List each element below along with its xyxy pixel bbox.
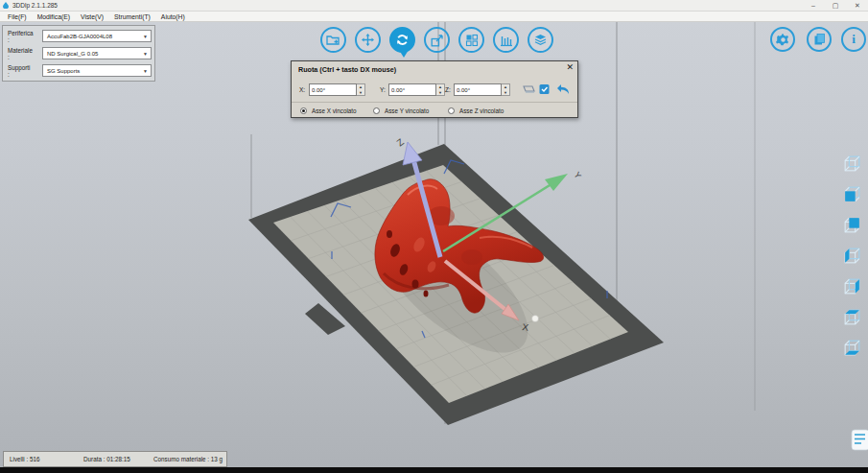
status-livelli: Livelli : 516 [10,456,40,462]
minimize-button[interactable]: – [805,0,822,11]
asse-z-radio-label[interactable]: Asse Z vincolato [459,107,504,114]
z-spinner[interactable]: ▲▼ [502,83,510,96]
app-logo-icon [3,2,9,9]
asse-x-radio[interactable] [300,107,307,114]
axis-y-label: Y [572,170,583,180]
supporti-select[interactable]: SG Supports ▼ [42,64,152,77]
axis-constraint-row: Asse X vincolato Asse Y vincolato Asse Z… [292,102,577,119]
dialog-close-icon[interactable]: ✕ [566,63,574,72]
maximize-button[interactable]: ▢ [827,0,844,11]
gizmo-handle-dot [532,316,539,322]
view-back-cube-icon[interactable] [841,214,863,236]
menu-aiuto[interactable]: Aiuto(H) [161,13,185,20]
materiale-select[interactable]: ND Surgical_G 0.05 ▼ [42,47,152,59]
dialog-title: Ruota (Ctrl + tasto DX mouse) [298,65,396,74]
chevron-down-icon: ▼ [143,34,151,39]
view-left-cube-icon[interactable] [841,245,863,267]
import-model-icon [326,34,340,46]
copy-documents-icon [813,33,826,46]
view-home-cube-icon[interactable] [841,153,863,175]
arrange-copies-button[interactable] [458,27,484,53]
title-bar: 3DDlp 2.1.1.285 – ▢ ✕ [0,0,868,12]
apply-rotation-icon[interactable] [538,83,551,96]
print-settings-panel: Periferica : AccuFab2B-GJA0004L08 ▼ Mate… [2,25,155,82]
settings-gear-icon [776,33,790,47]
x-rotation-input[interactable] [309,83,357,96]
x-spinner[interactable]: ▲▼ [357,83,365,96]
view-bottom-cube-icon[interactable] [841,337,863,359]
menu-bar: File(F) Modifica(E) Viste(V) Strumenti(T… [0,12,868,22]
close-button[interactable]: ✕ [849,0,866,11]
z-field-label: Z: [445,86,451,93]
settings-button[interactable] [770,27,795,52]
view-top-cube-icon[interactable] [841,306,863,328]
viewport[interactable]: Z Y X [0,22,868,467]
info-icon: i [852,32,856,47]
undo-rotation-icon[interactable] [555,83,571,96]
scale-button[interactable] [424,27,450,53]
menu-file[interactable]: File(F) [8,13,27,20]
materiale-label: Materiale : [8,47,33,60]
status-consumo: Consumo materiale : 13 g [153,456,223,462]
y-rotation-input[interactable] [388,83,436,96]
x-field-label: X: [299,86,305,93]
asse-x-radio-label[interactable]: Asse X vincolato [312,107,357,114]
rotate-dialog: Ruota (Ctrl + tasto DX mouse) ✕ X: ▲▼ Y:… [291,60,578,118]
lay-flat-icon[interactable] [521,83,535,96]
z-rotation-input[interactable] [454,83,502,96]
y-spinner[interactable]: ▲▼ [436,83,445,96]
bottom-black-strip [0,467,868,473]
chevron-down-icon: ▼ [143,68,151,74]
copy-button[interactable] [807,27,832,52]
asse-z-radio[interactable] [448,107,455,114]
status-bar: Livelli : 516 Durata : 01:28:15 Consumo … [3,451,227,467]
chevron-down-icon: ▼ [143,51,151,57]
asse-y-radio[interactable] [373,107,380,114]
arrange-copies-icon [465,34,479,47]
window-title: 3DDlp 2.1.1.285 [12,2,58,9]
view-front-cube-icon[interactable] [841,183,863,205]
slice-button[interactable] [528,27,553,53]
scale-icon [431,34,444,47]
menu-modifica[interactable]: Modifica(E) [37,13,70,20]
asse-y-radio-label[interactable]: Asse Y vincolato [385,107,429,114]
watermark-icon [852,430,868,450]
supports-icon [500,34,513,47]
axis-z-label: Z [394,136,406,148]
import-model-button[interactable] [320,27,346,53]
slice-icon [533,34,548,47]
status-durata: Durata : 01:28:15 [83,456,130,462]
supports-button[interactable] [493,27,519,53]
menu-viste[interactable]: Viste(V) [81,13,104,20]
info-button[interactable]: i [841,27,866,52]
supporti-label: Supporti : [8,64,30,78]
y-field-label: Y: [380,86,386,93]
rotate-button[interactable] [389,27,415,53]
periferica-select[interactable]: AccuFab2B-GJA0004L08 ▼ [42,30,152,42]
move-button[interactable] [355,27,381,53]
app-window: 3DDlp 2.1.1.285 – ▢ ✕ File(F) Modifica(E… [0,0,868,473]
periferica-label: Periferica : [8,30,34,43]
view-right-cube-icon[interactable] [841,275,863,297]
menu-strumenti[interactable]: Strumenti(T) [114,13,151,20]
rotate-icon [395,33,410,47]
move-icon [361,33,375,47]
